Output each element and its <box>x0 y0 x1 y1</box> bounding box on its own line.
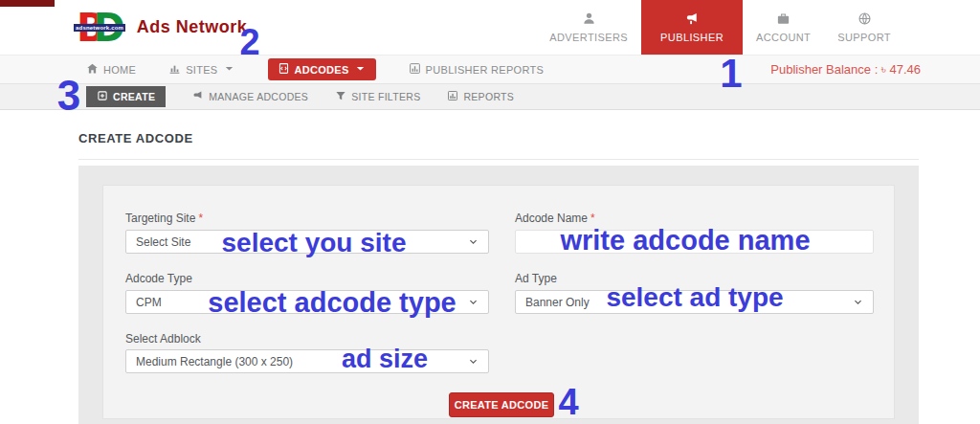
publisher-navbar: HOME SITES ADCODES PUBLISHER REPORTS Pub… <box>0 55 980 84</box>
adcode-type-select[interactable]: CPM <box>125 290 489 314</box>
nav-adcodes-label: ADCODES <box>295 64 349 76</box>
logo-domain-label: adsnetwork.com <box>74 24 125 32</box>
chevron-down-icon <box>468 236 479 247</box>
chevron-down-icon <box>468 356 479 367</box>
ad-type-select[interactable]: Banner Only <box>515 290 874 314</box>
nav-advertisers[interactable]: ADVERTISERS <box>536 0 641 55</box>
nav-publisher-reports-label: PUBLISHER REPORTS <box>426 64 544 76</box>
adcode-name-input[interactable] <box>515 230 874 254</box>
ad-type-label: Ad Type <box>515 272 874 285</box>
nav-home[interactable]: HOME <box>86 62 136 77</box>
subnav-site-filters[interactable]: SITE FILTERS <box>335 90 420 103</box>
nav-sites[interactable]: SITES <box>168 62 234 77</box>
user-icon <box>582 11 596 28</box>
nav-publisher-label: PUBLISHER <box>660 32 724 43</box>
adcode-doc-icon <box>278 62 290 77</box>
subnav-manage-adcodes-label: MANAGE ADCODES <box>209 91 308 102</box>
megaphone-icon <box>685 11 700 28</box>
briefcase-icon <box>776 11 791 28</box>
subnav-create-label: CREATE <box>113 91 155 102</box>
create-adcode-button[interactable]: CREATE ADCODE <box>449 392 554 417</box>
page-title-section: CREATE ADCODE <box>78 129 919 160</box>
adcode-type-value: CPM <box>136 296 162 309</box>
subnav-create[interactable]: CREATE <box>86 86 166 107</box>
publisher-balance: Publisher Balance : ৳ 47.46 <box>770 62 921 78</box>
nav-adcodes[interactable]: ADCODES <box>268 58 376 80</box>
targeting-site-value: Select Site <box>136 235 190 249</box>
globe-icon <box>858 11 872 28</box>
brand-logo[interactable]: B D adsnetwork.com Ads Network <box>77 7 247 49</box>
adcode-name-label: Adcode Name* <box>515 212 874 225</box>
form-outer-panel: Targeting Site* Select Site Adcode Name*… <box>78 166 919 424</box>
targeting-site-select[interactable]: Select Site <box>125 230 489 254</box>
chevron-down-icon <box>853 297 863 307</box>
caret-down-icon <box>354 62 367 77</box>
megaphone-icon <box>192 90 204 103</box>
bd-logo: B D adsnetwork.com <box>77 7 125 49</box>
nav-support-label: SUPPORT <box>837 32 891 43</box>
subnav-reports[interactable]: REPORTS <box>447 90 514 103</box>
filter-icon <box>335 90 346 103</box>
subnav-site-filters-label: SITE FILTERS <box>351 91 420 102</box>
home-icon <box>86 62 99 77</box>
chevron-down-icon <box>468 297 479 307</box>
targeting-site-label: Targeting Site* <box>125 212 489 225</box>
required-asterisk: * <box>198 212 203 225</box>
nav-advertisers-label: ADVERTISERS <box>549 32 628 43</box>
bar-chart-icon <box>168 62 181 77</box>
create-adcode-form: Targeting Site* Select Site Adcode Name*… <box>102 185 895 419</box>
plus-square-icon <box>97 90 108 103</box>
top-left-strip <box>0 0 55 7</box>
nav-home-label: HOME <box>103 64 136 76</box>
nav-publisher-reports[interactable]: PUBLISHER REPORTS <box>409 62 544 77</box>
nav-support[interactable]: SUPPORT <box>824 0 904 55</box>
subnav-reports-label: REPORTS <box>463 91 514 102</box>
nav-account[interactable]: ACCOUNT <box>743 0 824 55</box>
report-chart-icon <box>447 90 458 103</box>
brand-title: Ads Network <box>137 17 248 37</box>
select-adblock-label: Select Adblock <box>125 332 489 346</box>
header: B D adsnetwork.com Ads Network ADVERTISE… <box>0 0 980 55</box>
subnav-manage-adcodes[interactable]: MANAGE ADCODES <box>192 90 308 103</box>
required-asterisk: * <box>590 212 595 225</box>
report-chart-icon <box>409 62 421 77</box>
nav-sites-label: SITES <box>186 64 217 76</box>
adblock-select[interactable]: Medium Rectangle (300 x 250) <box>125 349 489 373</box>
caret-down-icon <box>223 62 235 77</box>
nav-account-label: ACCOUNT <box>756 32 811 43</box>
adcode-type-label: Adcode Type <box>125 272 489 285</box>
top-navigation: ADVERTISERS PUBLISHER ACCOUNT SUPPORT <box>536 0 904 55</box>
page-title: CREATE ADCODE <box>78 131 193 145</box>
adblock-value: Medium Rectangle (300 x 250) <box>136 355 293 368</box>
adcodes-subnav: CREATE MANAGE ADCODES SITE FILTERS REPOR… <box>0 84 980 110</box>
nav-publisher[interactable]: PUBLISHER <box>641 0 743 55</box>
ad-type-value: Banner Only <box>525 296 590 309</box>
